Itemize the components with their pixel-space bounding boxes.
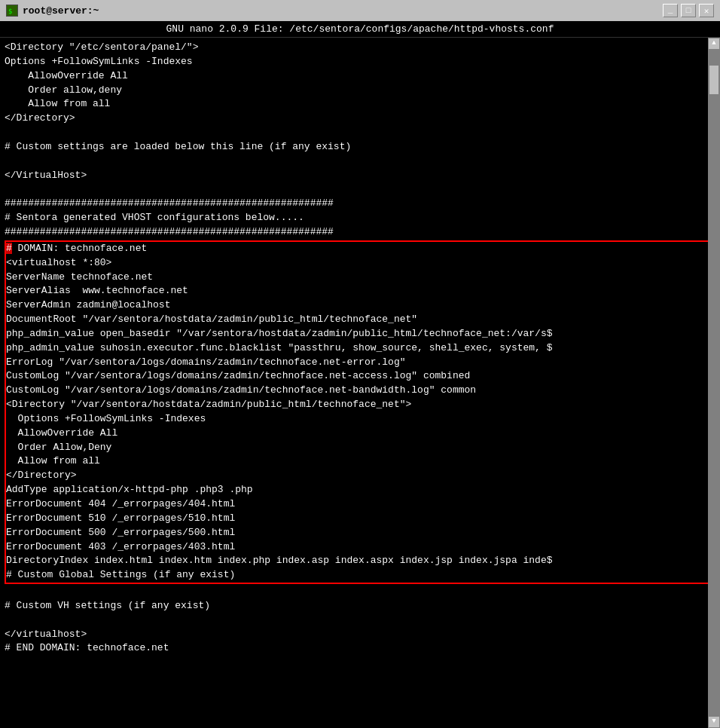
highlight-line: Options +FollowSymLinks -Indexes bbox=[6, 412, 714, 427]
line: # Custom VH settings (if any exist) bbox=[5, 599, 715, 613]
highlight-line: # DOMAIN: technoface.net bbox=[6, 242, 714, 256]
minimize-button[interactable]: _ bbox=[663, 4, 678, 17]
highlight-line: ServerAdmin zadmin@localhost bbox=[6, 298, 714, 313]
terminal-icon: $ bbox=[6, 5, 18, 17]
line bbox=[5, 585, 715, 599]
highlight-line: ServerName technoface.net bbox=[6, 271, 714, 285]
highlight-line: php_admin_value suhosin.executor.func.bl… bbox=[6, 341, 714, 356]
line: Allow from all bbox=[5, 97, 715, 112]
line: # Custom settings are loaded below this … bbox=[5, 140, 715, 154]
terminal-window: $ root@server:~ _ □ ✕ GNU nano 2.0.9 Fil… bbox=[0, 0, 720, 728]
highlight-line: AddType application/x-httpd-php .php3 .p… bbox=[6, 483, 714, 497]
highlight-line: ErrorDocument 500 /_errorpages/500.html bbox=[6, 526, 714, 540]
highlight-line: Order Allow,Deny bbox=[6, 441, 714, 455]
line bbox=[5, 182, 715, 197]
scrollbar-thumb[interactable] bbox=[709, 65, 719, 95]
highlight-line: php_admin_value open_basedir "/var/sento… bbox=[6, 327, 714, 341]
nano-header-text: GNU nano 2.0.9 File: /etc/sentora/config… bbox=[166, 23, 554, 35]
titlebar: $ root@server:~ _ □ ✕ bbox=[0, 0, 720, 21]
line: ########################################… bbox=[5, 197, 715, 211]
pre-highlight-lines: <Directory "/etc/sentora/panel/"> Option… bbox=[5, 41, 715, 240]
titlebar-left: $ root@server:~ bbox=[6, 5, 99, 17]
line: <Directory "/etc/sentora/panel/"> bbox=[5, 41, 715, 55]
line: Options +FollowSymLinks -Indexes bbox=[5, 55, 715, 69]
close-button[interactable]: ✕ bbox=[699, 4, 714, 17]
terminal-body[interactable]: <Directory "/etc/sentora/panel/"> Option… bbox=[0, 38, 720, 728]
scrollbar-up-arrow[interactable]: ▲ bbox=[708, 38, 720, 50]
highlight-line: ErrorDocument 510 /_errorpages/510.html bbox=[6, 512, 714, 526]
highlight-line: ErrorDocument 403 /_errorpages/403.html bbox=[6, 540, 714, 555]
highlight-line: <virtualhost *:80> bbox=[6, 256, 714, 271]
highlight-line: </Directory> bbox=[6, 469, 714, 483]
highlight-line: Allow from all bbox=[6, 454, 714, 469]
highlight-line: ServerAlias www.technoface.net bbox=[6, 284, 714, 298]
highlight-line: DocumentRoot "/var/sentora/hostdata/zadm… bbox=[6, 313, 714, 327]
scrollbar[interactable]: ▲ ▼ bbox=[708, 38, 720, 728]
highlight-line: ErrorDocument 404 /_errorpages/404.html bbox=[6, 497, 714, 512]
highlight-line: ErrorLog "/var/sentora/logs/domains/zadm… bbox=[6, 356, 714, 370]
line bbox=[5, 154, 715, 169]
highlight-line: <Directory "/var/sentora/hostdata/zadmin… bbox=[6, 398, 714, 412]
titlebar-controls: _ □ ✕ bbox=[663, 4, 714, 17]
nano-header: GNU nano 2.0.9 File: /etc/sentora/config… bbox=[0, 21, 720, 38]
line: # Sentora generated VHOST configurations… bbox=[5, 211, 715, 225]
post-highlight-lines: # Custom VH settings (if any exist) </vi… bbox=[5, 585, 715, 656]
titlebar-title: root@server:~ bbox=[23, 5, 99, 17]
highlight-line: CustomLog "/var/sentora/logs/domains/zad… bbox=[6, 384, 714, 398]
highlight-line: DirectoryIndex index.html index.htm inde… bbox=[6, 554, 714, 568]
line: # END DOMAIN: technoface.net bbox=[5, 641, 715, 656]
line bbox=[5, 126, 715, 140]
scrollbar-track[interactable] bbox=[708, 50, 720, 716]
line: ########################################… bbox=[5, 225, 715, 240]
highlight-line: CustomLog "/var/sentora/logs/domains/zad… bbox=[6, 369, 714, 384]
line: </virtualhost> bbox=[5, 628, 715, 642]
highlight-line: # Custom Global Settings (if any exist) bbox=[6, 568, 714, 583]
highlighted-block: # DOMAIN: technoface.net <virtualhost *:… bbox=[5, 240, 715, 584]
svg-text:$: $ bbox=[8, 8, 12, 15]
line: </VirtualHost> bbox=[5, 169, 715, 183]
line: </Directory> bbox=[5, 112, 715, 126]
line: AllowOverride All bbox=[5, 69, 715, 84]
line bbox=[5, 613, 715, 628]
highlight-line: AllowOverride All bbox=[6, 427, 714, 441]
scrollbar-down-arrow[interactable]: ▼ bbox=[708, 716, 720, 728]
maximize-button[interactable]: □ bbox=[681, 4, 696, 17]
line: Order allow,deny bbox=[5, 84, 715, 98]
